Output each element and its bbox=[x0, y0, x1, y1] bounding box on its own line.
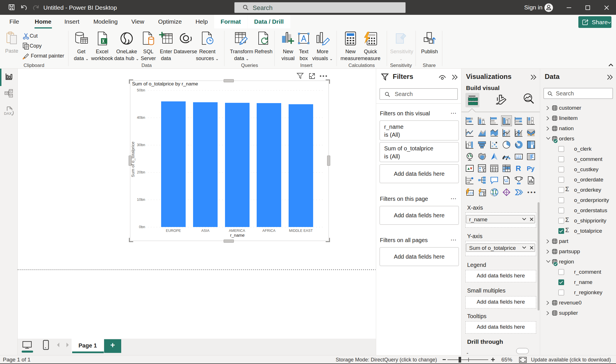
svg-text:Py: Py bbox=[527, 165, 535, 172]
svg-text:R: R bbox=[516, 164, 521, 173]
svg-text:DAX: DAX bbox=[4, 111, 12, 116]
svg-text:123: 123 bbox=[516, 155, 521, 158]
